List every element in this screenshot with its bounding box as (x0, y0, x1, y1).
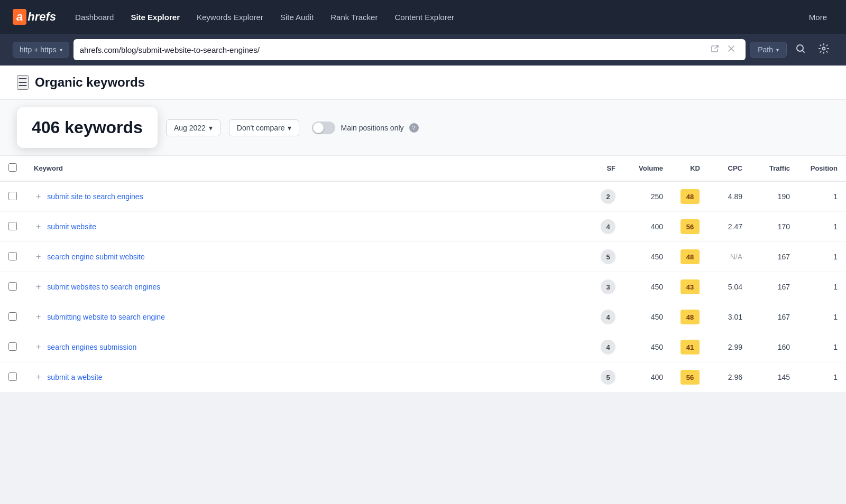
cpc-cell: 5.04 (709, 272, 751, 302)
traffic-cell: 167 (751, 272, 798, 302)
col-header-cpc: CPC (709, 156, 751, 181)
row-checkbox[interactable] (8, 252, 17, 260)
keyword-link[interactable]: submit website (47, 222, 96, 231)
nav-more[interactable]: More (803, 8, 833, 26)
cpc-cell: N/A (709, 242, 751, 272)
position-cell: 1 (798, 272, 846, 302)
url-search-button[interactable] (791, 41, 810, 59)
chevron-down-icon: ▾ (776, 47, 779, 53)
volume-cell: 450 (624, 272, 672, 302)
chevron-down-icon: ▾ (60, 47, 62, 53)
nav-content-explorer[interactable]: Content Explorer (388, 8, 461, 26)
page-title: Organic keywords (35, 75, 145, 90)
row-checkbox[interactable] (8, 222, 17, 230)
add-keyword-button[interactable]: + (34, 312, 43, 322)
logo-hrefs: hrefs (27, 10, 56, 24)
keyword-link[interactable]: search engines submission (47, 343, 136, 351)
col-header-traffic: Traffic (751, 156, 798, 181)
keyword-link[interactable]: search engine submit website (47, 253, 144, 261)
top-navigation: ahrefs Dashboard Site Explorer Keywords … (0, 0, 846, 34)
url-display[interactable]: ahrefs.com/blog/submit-website-to-search… (80, 45, 707, 54)
nav-site-explorer[interactable]: Site Explorer (124, 8, 186, 26)
position-cell: 1 (798, 332, 846, 362)
compare-filter[interactable]: Don't compare ▾ (229, 119, 300, 136)
position-cell: 1 (798, 181, 846, 212)
volume-cell: 250 (624, 181, 672, 212)
position-cell: 1 (798, 242, 846, 272)
nav-dashboard[interactable]: Dashboard (69, 8, 120, 26)
chevron-down-icon: ▾ (288, 124, 291, 132)
cpc-cell: 2.99 (709, 332, 751, 362)
svg-point-1 (823, 47, 825, 50)
select-all-checkbox[interactable] (8, 163, 17, 172)
row-checkbox[interactable] (8, 192, 17, 200)
settings-button[interactable] (814, 41, 833, 59)
help-icon[interactable]: ? (409, 123, 419, 133)
sf-badge: 5 (601, 249, 615, 264)
toggle-knob (313, 123, 324, 133)
url-input-container: ahrefs.com/blog/submit-website-to-search… (73, 39, 746, 60)
add-keyword-button[interactable]: + (34, 372, 43, 382)
keyword-link[interactable]: submit a website (47, 373, 102, 381)
row-checkbox[interactable] (8, 342, 17, 351)
traffic-cell: 160 (751, 332, 798, 362)
row-checkbox[interactable] (8, 312, 17, 321)
kd-badge: 56 (681, 219, 700, 234)
sf-badge: 4 (601, 219, 615, 234)
add-keyword-button[interactable]: + (34, 342, 43, 352)
table-row: + submitting website to search engine 4 … (0, 302, 846, 332)
protocol-selector[interactable]: http + https ▾ (13, 42, 69, 58)
kd-badge: 43 (681, 279, 700, 294)
logo-a: a (13, 9, 26, 25)
volume-cell: 400 (624, 362, 672, 393)
sf-badge: 4 (601, 310, 615, 324)
table-row: + search engines submission 4 450 41 2.9… (0, 332, 846, 362)
volume-cell: 450 (624, 332, 672, 362)
logo[interactable]: ahrefs (13, 9, 56, 25)
col-header-volume: Volume (624, 156, 672, 181)
keyword-link[interactable]: submit websites to search engines (47, 283, 160, 291)
table-row: + submit site to search engines 2 250 48… (0, 181, 846, 212)
nav-rank-tracker[interactable]: Rank Tracker (324, 8, 384, 26)
volume-cell: 450 (624, 242, 672, 272)
url-bar: http + https ▾ ahrefs.com/blog/submit-we… (0, 34, 846, 66)
main-content: ☰ Organic keywords 406 keywords Aug 2022… (0, 66, 846, 393)
table-row: + submit website 4 400 56 2.47 170 1 (0, 212, 846, 242)
keyword-link[interactable]: submit site to search engines (47, 192, 143, 201)
add-keyword-button[interactable]: + (34, 192, 43, 201)
row-checkbox[interactable] (8, 372, 17, 381)
path-mode-selector[interactable]: Path ▾ (750, 42, 787, 58)
col-header-keyword: Keyword (25, 156, 592, 181)
table-row: + search engine submit website 5 450 48 … (0, 242, 846, 272)
main-positions-toggle-wrap: Main positions only ? (312, 122, 418, 134)
position-cell: 1 (798, 362, 846, 393)
add-keyword-button[interactable]: + (34, 282, 43, 292)
menu-toggle[interactable]: ☰ (17, 75, 29, 90)
nav-keywords-explorer[interactable]: Keywords Explorer (190, 8, 270, 26)
row-checkbox[interactable] (8, 282, 17, 291)
keyword-count-bubble: 406 keywords (17, 107, 158, 148)
position-cell: 1 (798, 212, 846, 242)
add-keyword-button[interactable]: + (34, 252, 43, 262)
cpc-cell: 3.01 (709, 302, 751, 332)
date-filter[interactable]: Aug 2022 ▾ (166, 119, 220, 136)
keyword-link[interactable]: submitting website to search engine (47, 313, 165, 321)
keywords-table: Keyword SF Volume KD CPC Traffic Positio… (0, 156, 846, 393)
add-keyword-button[interactable]: + (34, 222, 43, 231)
clear-url-icon[interactable] (723, 43, 739, 57)
traffic-cell: 167 (751, 242, 798, 272)
volume-cell: 400 (624, 212, 672, 242)
traffic-cell: 190 (751, 181, 798, 212)
col-header-kd: KD (672, 156, 709, 181)
sf-badge: 5 (601, 370, 615, 385)
kd-badge: 48 (681, 310, 700, 324)
kd-badge: 48 (681, 189, 700, 204)
nav-site-audit[interactable]: Site Audit (274, 8, 320, 26)
main-positions-toggle[interactable] (312, 122, 335, 134)
kd-badge: 41 (681, 340, 700, 354)
traffic-cell: 167 (751, 302, 798, 332)
main-positions-label: Main positions only (341, 124, 403, 132)
table-row: + submit websites to search engines 3 45… (0, 272, 846, 302)
external-link-icon[interactable] (706, 42, 723, 57)
keyword-count-text: 406 keywords (32, 118, 143, 137)
